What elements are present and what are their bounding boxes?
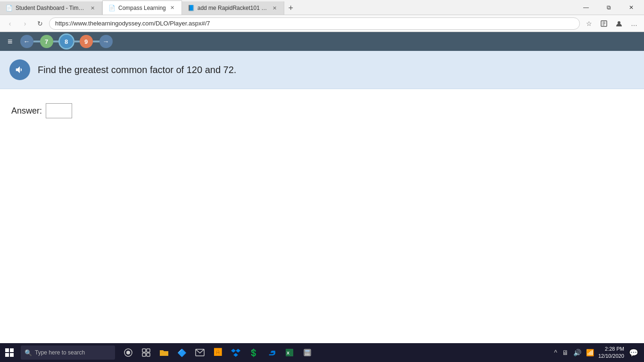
browser-addressbar: ‹ › ↻ ☆ … [0, 15, 644, 32]
svg-rect-26 [305, 354, 306, 355]
taskbar-store-icon[interactable]: 🔷 [173, 343, 190, 362]
svg-rect-7 [5, 353, 9, 357]
svg-rect-24 [307, 353, 308, 354]
tab-student-dashboard[interactable]: 📄 Student Dashboard - Time4Lear ✕ [0, 1, 102, 15]
taskbar-taskview-icon[interactable] [138, 343, 155, 362]
taskbar-edge-icon[interactable] [263, 343, 280, 362]
svg-rect-13 [142, 353, 146, 356]
new-tab-button[interactable]: + [284, 1, 297, 15]
tab3-title: add me RapidRacket101 on ro b [198, 5, 268, 11]
svg-rect-5 [5, 348, 9, 352]
taskbar-search-box[interactable]: 🔍 Type here to search [21, 346, 115, 360]
address-icons: ☆ … [583, 17, 640, 30]
profile-icon[interactable] [613, 17, 625, 30]
taskbar-tray: ^ 🖥 🔊 📶 2:28 PM 12/10/2020 💬 [553, 346, 644, 360]
taskbar-search-icon: 🔍 [25, 349, 32, 356]
tab2-close-icon[interactable]: ✕ [169, 4, 176, 12]
answer-label: Answer: [11, 106, 42, 116]
taskbar-excel-icon[interactable]: X [281, 343, 298, 362]
tab3-close-icon[interactable]: ✕ [271, 4, 278, 12]
tab1-favicon: 📄 [6, 5, 13, 11]
svg-point-10 [126, 351, 130, 354]
clock-date: 12/10/2020 [598, 353, 624, 360]
taskbar-search-placeholder: Type here to search [35, 349, 85, 356]
forward-button[interactable]: › [19, 17, 31, 30]
svg-marker-18 [233, 353, 238, 357]
tab1-close-icon[interactable]: ✕ [89, 4, 96, 12]
audio-button[interactable] [9, 59, 30, 80]
svg-text:X: X [287, 351, 289, 355]
svg-rect-23 [305, 353, 306, 354]
svg-rect-28 [308, 354, 310, 355]
step-connector-3 [73, 41, 80, 42]
start-button[interactable] [0, 343, 19, 362]
svg-rect-22 [305, 350, 310, 352]
tab2-title: Compass Learning [118, 5, 166, 11]
favorite-icon[interactable]: ☆ [583, 17, 595, 30]
tab1-title: Student Dashboard - Time4Lear [16, 5, 86, 11]
question-banner: Find the greatest common factor of 120 a… [0, 51, 644, 89]
reload-button[interactable]: ↻ [34, 17, 46, 30]
hamburger-menu[interactable]: ≡ [5, 35, 16, 49]
step-connector-2 [53, 41, 60, 42]
address-bar[interactable] [49, 17, 580, 30]
reading-list-icon[interactable] [598, 17, 610, 30]
tabs-container: 📄 Student Dashboard - Time4Lear ✕ 📄 Comp… [0, 0, 575, 15]
step-9-bubble[interactable]: 9 [80, 35, 93, 48]
svg-rect-25 [308, 353, 310, 354]
window-controls: — ⧉ ✕ [575, 0, 644, 15]
taskbar-dropbox-icon[interactable] [227, 343, 244, 362]
taskbar-icons: 🔷 🅰 💲 X [120, 343, 316, 362]
clock-time: 2:28 PM [598, 346, 624, 353]
svg-rect-8 [10, 353, 14, 357]
taskbar-cortana-icon[interactable] [120, 343, 137, 362]
svg-rect-27 [307, 354, 308, 355]
tray-network-icon[interactable]: 🖥 [561, 348, 570, 357]
svg-rect-11 [142, 349, 146, 352]
step-connector-1 [33, 41, 40, 42]
tab3-favicon: 📘 [188, 5, 195, 11]
taskbar: 🔍 Type here to search 🔷 🅰 [0, 343, 644, 362]
step-navigation: ← 7 8 9 → [20, 35, 113, 48]
maximize-button[interactable]: ⧉ [598, 0, 619, 15]
taskbar-mail-icon[interactable] [191, 343, 208, 362]
answer-input[interactable] [46, 103, 72, 118]
answer-area: Answer: [0, 89, 644, 132]
app-toolbar: ≡ ← 7 8 9 → [0, 32, 644, 51]
system-clock[interactable]: 2:28 PM 12/10/2020 [598, 346, 624, 360]
close-button[interactable]: ✕ [620, 0, 642, 15]
question-text: Find the greatest common factor of 120 a… [38, 65, 236, 75]
step-7-bubble[interactable]: 7 [40, 35, 53, 48]
svg-rect-12 [147, 349, 150, 352]
content-area [0, 132, 644, 353]
svg-marker-17 [236, 349, 240, 353]
taskbar-skype-icon[interactable]: 💲 [245, 343, 262, 362]
step-connector-4 [93, 41, 99, 42]
svg-rect-6 [10, 348, 14, 352]
taskbar-explorer-icon[interactable] [156, 343, 173, 362]
svg-marker-16 [231, 349, 236, 353]
tray-volume-icon[interactable]: 🔊 [572, 348, 583, 357]
tab-compass-learning[interactable]: 📄 Compass Learning ✕ [102, 0, 182, 15]
back-button[interactable]: ‹ [4, 17, 16, 30]
tray-chevron-icon[interactable]: ^ [553, 348, 559, 357]
tray-icons: ^ 🖥 🔊 📶 [553, 348, 595, 357]
step-next-button[interactable]: → [99, 35, 113, 48]
taskbar-amazon-icon[interactable]: 🅰 [209, 343, 226, 362]
svg-rect-14 [147, 353, 150, 356]
tab2-favicon: 📄 [108, 5, 116, 11]
step-8-bubble[interactable]: 8 [60, 35, 73, 48]
tray-wifi-icon[interactable]: 📶 [585, 348, 595, 357]
tab-rapidracket[interactable]: 📘 add me RapidRacket101 on ro b ✕ [182, 1, 284, 15]
taskbar-calc-icon[interactable] [299, 343, 316, 362]
browser-titlebar: 📄 Student Dashboard - Time4Lear ✕ 📄 Comp… [0, 0, 644, 15]
step-prev-button[interactable]: ← [20, 35, 33, 48]
more-options-icon[interactable]: … [628, 17, 640, 30]
minimize-button[interactable]: — [575, 0, 597, 15]
notification-icon[interactable]: 💬 [627, 347, 640, 358]
